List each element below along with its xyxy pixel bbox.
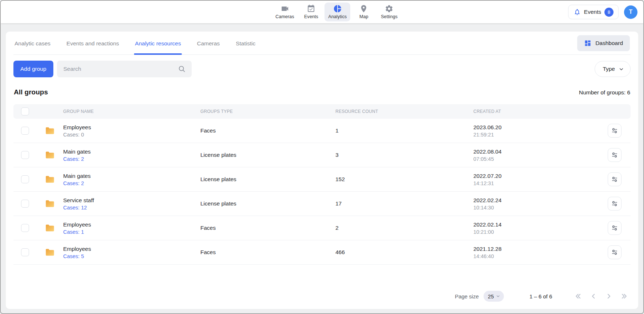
tab-statistic[interactable]: Statistic	[235, 32, 256, 54]
tab-events-and-reactions[interactable]: Events and reactions	[66, 32, 119, 54]
created-time: 21:59:21	[473, 132, 599, 138]
row-settings-button[interactable]	[608, 245, 621, 259]
created-time: 14:12:31	[473, 180, 599, 186]
toolbar: Add group Type	[13, 61, 631, 77]
table-header-row: GROUP NAME GROUPS TYPE RESOURCE COUNT CR…	[13, 104, 631, 119]
row-settings-button[interactable]	[608, 148, 621, 162]
sliders-icon	[611, 176, 618, 183]
previous-page-button[interactable]	[588, 291, 599, 301]
group-cases-link[interactable]: Cases: 2	[63, 156, 200, 162]
nav-item-analytics[interactable]: Analytics	[325, 3, 350, 21]
group-name: Service staff	[63, 197, 200, 204]
created-date: 2022.02.14	[473, 221, 599, 228]
first-page-button[interactable]	[573, 291, 583, 301]
nav-label: Map	[359, 14, 368, 19]
row-checkbox[interactable]	[21, 127, 29, 135]
group-name: Employees	[63, 221, 200, 228]
search-box	[57, 61, 192, 77]
table-row: Service staff Cases: 12 License plates 1…	[13, 192, 631, 216]
calendar-check-icon	[307, 4, 315, 13]
nav-item-events[interactable]: Events	[300, 3, 322, 21]
nav-label: Cameras	[276, 14, 294, 19]
type-filter-button[interactable]: Type	[595, 61, 631, 77]
column-header-groups-type: GROUPS TYPE	[200, 109, 335, 114]
topbar: Cameras Events Analytics Map Settings Ev…	[1, 1, 643, 23]
pie-chart-icon	[333, 4, 342, 13]
created-time: 10:14:30	[473, 205, 599, 211]
nav-item-cameras[interactable]: Cameras	[272, 3, 298, 21]
group-cases-link[interactable]: Cases: 12	[63, 205, 200, 211]
group-cases-link[interactable]: Cases: 5	[63, 253, 200, 259]
group-type: Faces	[200, 225, 335, 231]
row-checkbox[interactable]	[21, 175, 29, 183]
created-time: 14:46:40	[473, 253, 599, 259]
tab-analytic-cases[interactable]: Analytic cases	[14, 32, 51, 54]
search-icon	[178, 65, 186, 73]
table-row: Employees Cases: 1 Faces 2 2022.02.14 10…	[13, 216, 631, 240]
pagination-bar: Page size 25 1 – 6 of 6	[13, 285, 631, 309]
main-panel: Analytic cases Events and reactions Anal…	[6, 32, 638, 309]
group-count-label: Number of groups: 6	[579, 89, 630, 96]
row-settings-button[interactable]	[608, 197, 621, 211]
main-nav: Cameras Events Analytics Map Settings	[272, 1, 401, 23]
group-name: Main gates	[63, 148, 200, 155]
group-cases-link[interactable]: Cases: 2	[63, 180, 200, 186]
folder-icon	[44, 150, 56, 160]
folder-icon	[44, 174, 56, 185]
row-settings-button[interactable]	[608, 221, 621, 235]
dashboard-button-label: Dashboard	[595, 40, 623, 46]
page-range-label: 1 – 6 of 6	[529, 293, 552, 299]
nav-label: Settings	[381, 14, 398, 19]
row-checkbox[interactable]	[21, 224, 29, 232]
row-checkbox[interactable]	[21, 151, 29, 159]
created-date: 2021.12.28	[473, 246, 599, 252]
last-page-button[interactable]	[619, 291, 629, 301]
group-type: License plates	[200, 200, 335, 207]
user-avatar[interactable]: T	[624, 5, 637, 19]
tab-analytic-resources[interactable]: Analytic resources	[135, 32, 182, 54]
groups-table: GROUP NAME GROUPS TYPE RESOURCE COUNT CR…	[13, 104, 631, 265]
table-row: Main gates Cases: 2 License plates 3 202…	[13, 143, 631, 167]
group-type: Faces	[200, 127, 335, 134]
events-button-label: Events	[584, 9, 601, 15]
folder-icon	[44, 125, 56, 136]
resource-count: 17	[335, 200, 473, 207]
group-cases-link[interactable]: Cases: 0	[63, 132, 200, 138]
page-size-label: Page size	[455, 293, 479, 299]
search-input[interactable]	[57, 61, 192, 77]
created-date: 2023.06.20	[473, 124, 599, 131]
next-page-button[interactable]	[604, 291, 614, 301]
page-size-select[interactable]: 25	[484, 291, 504, 302]
sliders-icon	[611, 224, 618, 232]
row-checkbox[interactable]	[21, 248, 29, 256]
table-row: Employees Cases: 5 Faces 466 2021.12.28 …	[13, 240, 631, 265]
group-cases-link[interactable]: Cases: 1	[63, 229, 200, 235]
dashboard-button[interactable]: Dashboard	[577, 35, 630, 51]
sliders-icon	[611, 249, 618, 256]
section-tabs: Analytic cases Events and reactions Anal…	[14, 32, 256, 54]
nav-item-settings[interactable]: Settings	[377, 3, 401, 21]
created-date: 2022.07.20	[473, 173, 599, 179]
group-type: License plates	[200, 152, 335, 158]
type-filter-label: Type	[603, 66, 615, 72]
nav-label: Analytics	[328, 14, 347, 19]
resource-count: 466	[335, 249, 473, 256]
folder-icon	[44, 198, 56, 209]
row-settings-button[interactable]	[608, 124, 621, 138]
row-checkbox[interactable]	[21, 200, 29, 208]
sliders-icon	[611, 127, 618, 134]
events-notifications-button[interactable]: Events 8	[568, 5, 619, 19]
add-group-button[interactable]: Add group	[13, 61, 53, 77]
pager-arrows	[573, 291, 629, 301]
sliders-icon	[611, 151, 618, 159]
created-date: 2022.02.24	[473, 197, 599, 204]
tabs-row: Analytic cases Events and reactions Anal…	[13, 32, 631, 55]
dashboard-grid-icon	[584, 40, 591, 47]
tab-cameras[interactable]: Cameras	[196, 32, 220, 54]
nav-item-map[interactable]: Map	[352, 3, 375, 21]
topbar-right: Events 8 T	[568, 1, 637, 23]
table-row: Employees Cases: 0 Faces 1 2023.06.20 21…	[13, 119, 631, 143]
select-all-checkbox[interactable]	[21, 107, 29, 115]
row-settings-button[interactable]	[608, 172, 621, 186]
column-header-created-at: CREATED AT	[473, 109, 599, 114]
